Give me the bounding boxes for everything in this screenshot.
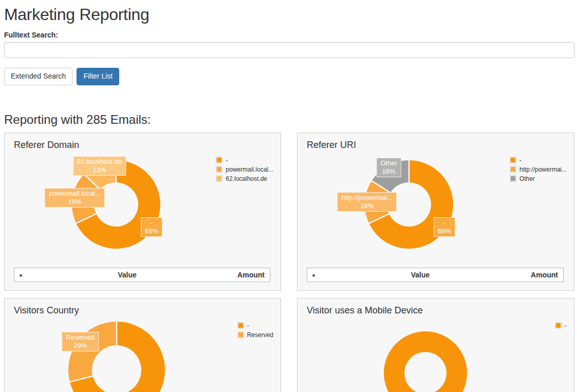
panel-visitors-country: Visitors CountryReserved29%-Reserved [4, 298, 281, 392]
legend-swatch-icon [555, 322, 562, 329]
panel-referer-uri: Referer URI-68%http://powermai...16%Othe… [297, 133, 574, 291]
legend-swatch-icon [216, 157, 222, 163]
search-buttons-row: Extended Search Filter List [4, 68, 574, 85]
donut-chart-visitors-country[interactable] [67, 321, 166, 392]
chart-legend: -http://powermai...Other [510, 157, 567, 184]
slice-label: http://powermai...16% [338, 192, 397, 212]
legend-label: http://powermai... [519, 166, 567, 173]
legend-swatch-icon [237, 331, 244, 338]
slice-label-percent: 68% [145, 227, 158, 235]
page-title: Marketing Reporting [4, 5, 574, 24]
legend-swatch-icon [510, 157, 516, 163]
slice-label-percent: 16% [380, 167, 397, 176]
slice-label: powermail.local...19% [45, 188, 104, 208]
legend-label: powermail.local... [226, 166, 273, 173]
legend-label: - [519, 157, 522, 164]
panel-referer-domain: Referer Domain-68%powermail.local...19%6… [4, 133, 281, 291]
slice-label-percent: 68% [438, 227, 451, 235]
donut-slice[interactable] [68, 322, 117, 382]
donut-slice[interactable] [394, 342, 457, 392]
legend-swatch-icon [237, 322, 244, 329]
chart-legend: - [555, 322, 567, 331]
report-panels-grid: Referer Domain-68%powermail.local...19%6… [4, 133, 574, 392]
legend-item[interactable]: - [510, 157, 567, 164]
donut-chart-visitor-uses-a-mobile-device[interactable] [383, 330, 468, 392]
table-header: ▴ValueAmount [14, 268, 270, 282]
panel-title: Visitors Country [14, 305, 79, 316]
panel-title: Referer Domain [14, 140, 79, 151]
legend-swatch-icon [216, 175, 222, 182]
slice-label: Reserved29% [62, 332, 99, 351]
fulltext-search-label: Fulltext Search: [4, 31, 574, 39]
legend-label: Reserved [247, 331, 273, 339]
panel-title: Referer URI [307, 140, 356, 151]
slice-label-name: Other [380, 159, 397, 167]
slice-label-name: powermail.local... [49, 190, 100, 197]
column-header-value[interactable]: Value [325, 271, 516, 279]
legend-item[interactable]: 62.localhost.de [216, 175, 273, 182]
legend-item[interactable]: - [237, 322, 273, 329]
slice-label-name: - [443, 219, 445, 227]
sort-caret-icon[interactable]: ▴ [14, 272, 32, 277]
marketing-reporting-page: Marketing Reporting Fulltext Search: Ext… [0, 5, 577, 392]
column-header-amount[interactable]: Amount [222, 271, 270, 279]
slice-label-percent: 16% [342, 202, 393, 210]
slice-label: Other16% [376, 158, 401, 177]
fulltext-search-input[interactable] [4, 42, 574, 58]
legend-item[interactable]: - [216, 157, 273, 164]
legend-label: - [226, 157, 228, 164]
slice-label: -68% [141, 217, 162, 237]
extended-search-button[interactable]: Extended Search [4, 68, 72, 85]
column-header-amount[interactable]: Amount [516, 271, 563, 279]
filter-list-button[interactable]: Filter List [77, 68, 119, 85]
sort-caret-icon[interactable]: ▴ [307, 272, 325, 277]
slice-label: 62.localhost.de13% [73, 156, 126, 176]
slice-label-percent: 13% [77, 166, 122, 174]
chart-legend: -Reserved [237, 322, 273, 341]
reporting-heading: Reporting with 285 Emails: [4, 113, 574, 127]
slice-label-percent: 29% [66, 342, 95, 350]
legend-item[interactable]: http://powermai... [510, 166, 567, 173]
legend-swatch-icon [510, 175, 516, 182]
slice-label-name: - [151, 219, 153, 227]
column-header-value[interactable]: Value [32, 271, 222, 279]
legend-item[interactable]: powermail.local... [216, 166, 273, 173]
legend-swatch-icon [510, 166, 516, 173]
slice-label-name: Reserved [66, 333, 95, 341]
panel-title: Visitor uses a Mobile Device [307, 305, 423, 316]
slice-label-percent: 19% [49, 198, 100, 206]
legend-label: Other [519, 175, 535, 182]
legend-label: 62.localhost.de [226, 175, 267, 182]
table-header: ▴ValueAmount [307, 268, 564, 282]
legend-label: - [565, 322, 567, 329]
legend-swatch-icon [216, 166, 222, 173]
slice-label-name: 62.localhost.de [77, 158, 122, 165]
slice-label: -68% [434, 217, 455, 237]
chart-legend: -powermail.local...62.localhost.de [216, 157, 273, 184]
panel-visitor-uses-a-mobile-device: Visitor uses a Mobile Device- [297, 298, 574, 392]
legend-item[interactable]: Reserved [237, 331, 273, 339]
legend-item[interactable]: - [555, 322, 567, 329]
slice-label-name: http://powermai... [342, 194, 393, 201]
legend-label: - [247, 322, 249, 329]
legend-item[interactable]: Other [510, 175, 567, 182]
